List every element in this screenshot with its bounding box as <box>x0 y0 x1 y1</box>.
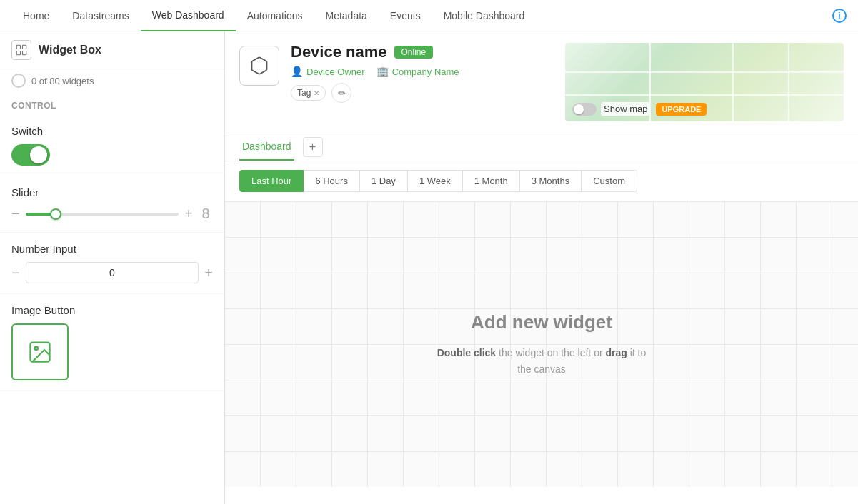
company-label: Company Name <box>392 66 459 77</box>
time-tab-1week[interactable]: 1 Week <box>408 170 463 192</box>
slider-row: − + 8 <box>11 206 213 222</box>
switch-label: Switch <box>11 125 213 137</box>
map-overlay: Show map UPGRADE <box>572 102 707 116</box>
slider-value: 8 <box>199 206 213 222</box>
add-tab-btn[interactable]: + <box>303 137 323 157</box>
dashboard-tab[interactable]: Dashboard <box>239 133 294 161</box>
time-tab-custom[interactable]: Custom <box>582 170 637 192</box>
widget-count-row: 0 of 80 widgets <box>0 69 224 95</box>
toggle-knob <box>30 146 47 163</box>
show-map-toggle[interactable]: Show map <box>572 102 650 116</box>
tag-remove-btn[interactable]: ✕ <box>314 89 319 97</box>
svg-rect-2 <box>16 51 20 55</box>
building-icon: 🏢 <box>376 66 389 77</box>
upgrade-badge[interactable]: UPGRADE <box>656 103 707 116</box>
slider-fill <box>26 213 54 216</box>
device-header: Device name Online 👤 Device Owner 🏢 Comp… <box>225 31 858 133</box>
device-icon <box>239 46 279 86</box>
top-nav: Home Datastreams Web Dashboard Automatio… <box>0 0 858 31</box>
show-map-toggle-switch[interactable] <box>572 103 597 116</box>
slider-widget: Slider − + 8 <box>0 176 224 233</box>
image-button-label: Image Button <box>11 304 213 316</box>
nav-home[interactable]: Home <box>11 0 61 31</box>
nav-metadata[interactable]: Metadata <box>314 0 378 31</box>
number-input-label: Number Input <box>11 243 213 255</box>
num-field[interactable] <box>26 262 199 283</box>
image-button-widget: Image Button <box>0 294 224 391</box>
canvas-title: Add new widget <box>437 311 647 333</box>
time-tab-6hours[interactable]: 6 Hours <box>304 170 360 192</box>
dashboard-tabs: Dashboard + <box>225 133 858 161</box>
main-layout: Widget Box 0 of 80 widgets CONTROL Switc… <box>0 31 858 504</box>
device-tags: Tag ✕ ✏ <box>291 83 554 103</box>
slider-thumb <box>50 208 61 220</box>
time-tab-last-hour[interactable]: Last Hour <box>239 170 304 192</box>
owner-label: Device Owner <box>306 66 365 77</box>
sidebar: Widget Box 0 of 80 widgets CONTROL Switc… <box>0 31 225 504</box>
slider-label: Slider <box>11 186 213 198</box>
svg-rect-0 <box>16 45 20 49</box>
company-link[interactable]: 🏢 Company Name <box>376 66 459 77</box>
tag-edit-btn[interactable]: ✏ <box>331 83 351 103</box>
number-input-row: − + <box>11 262 213 283</box>
double-click-text: Double click <box>437 347 496 358</box>
device-info: Device name Online 👤 Device Owner 🏢 Comp… <box>291 43 554 103</box>
nav-automations[interactable]: Automations <box>236 0 314 31</box>
drag-text: drag <box>605 347 627 358</box>
online-badge: Online <box>394 46 434 59</box>
slider-decrease-btn[interactable]: − <box>11 206 20 222</box>
widget-box-header: Widget Box <box>0 31 224 69</box>
widget-count-text: 0 of 80 widgets <box>31 76 94 86</box>
time-tab-1month[interactable]: 1 Month <box>463 170 520 192</box>
svg-rect-3 <box>23 51 26 55</box>
nav-datastreams[interactable]: Datastreams <box>61 0 140 31</box>
canvas-desc-line2: the canvas <box>517 363 566 375</box>
widget-box-icon <box>11 40 31 60</box>
canvas-desc-part2: it to <box>627 347 646 358</box>
canvas-desc: Double click the widget on the left or d… <box>437 345 647 377</box>
info-icon[interactable]: i <box>832 9 847 23</box>
widget-box-title: Widget Box <box>39 44 101 56</box>
device-name-row: Device name Online <box>291 43 554 61</box>
time-tabs: Last Hour 6 Hours 1 Day 1 Week 1 Month 3… <box>225 161 858 201</box>
nav-mobile-dashboard[interactable]: Mobile Dashboard <box>432 0 537 31</box>
tag-chip: Tag ✕ <box>291 85 326 101</box>
show-map-knob <box>574 104 584 114</box>
switch-widget: Switch <box>0 115 224 176</box>
nav-web-dashboard[interactable]: Web Dashboard <box>141 0 236 31</box>
num-decrease-btn[interactable]: − <box>11 265 20 281</box>
count-circle <box>11 74 26 88</box>
number-input-widget: Number Input − + <box>0 233 224 294</box>
show-map-label: Show map <box>601 102 650 116</box>
svg-point-5 <box>35 347 39 351</box>
time-tab-3months[interactable]: 3 Months <box>520 170 582 192</box>
nav-events[interactable]: Events <box>379 0 432 31</box>
canvas-content: Add new widget Double click the widget o… <box>437 311 647 377</box>
device-name: Device name <box>291 43 387 61</box>
toggle-switch[interactable] <box>11 144 50 166</box>
time-tab-1day[interactable]: 1 Day <box>360 170 408 192</box>
control-section-label: CONTROL <box>0 95 224 115</box>
tag-text: Tag <box>297 88 311 98</box>
person-icon: 👤 <box>291 66 303 77</box>
device-meta-row: 👤 Device Owner 🏢 Company Name <box>291 66 554 77</box>
svg-rect-1 <box>23 45 26 49</box>
canvas-area[interactable]: Add new widget Double click the widget o… <box>225 201 858 487</box>
image-btn-preview[interactable] <box>11 323 69 380</box>
device-owner-link[interactable]: 👤 Device Owner <box>291 66 365 77</box>
map-area: Show map UPGRADE <box>565 43 844 121</box>
slider-increase-btn[interactable]: + <box>184 206 193 222</box>
num-increase-btn[interactable]: + <box>204 265 213 281</box>
slider-track[interactable] <box>26 213 179 216</box>
canvas-desc-middle: the widget on the left or <box>496 347 605 358</box>
content-area: Device name Online 👤 Device Owner 🏢 Comp… <box>225 31 858 504</box>
